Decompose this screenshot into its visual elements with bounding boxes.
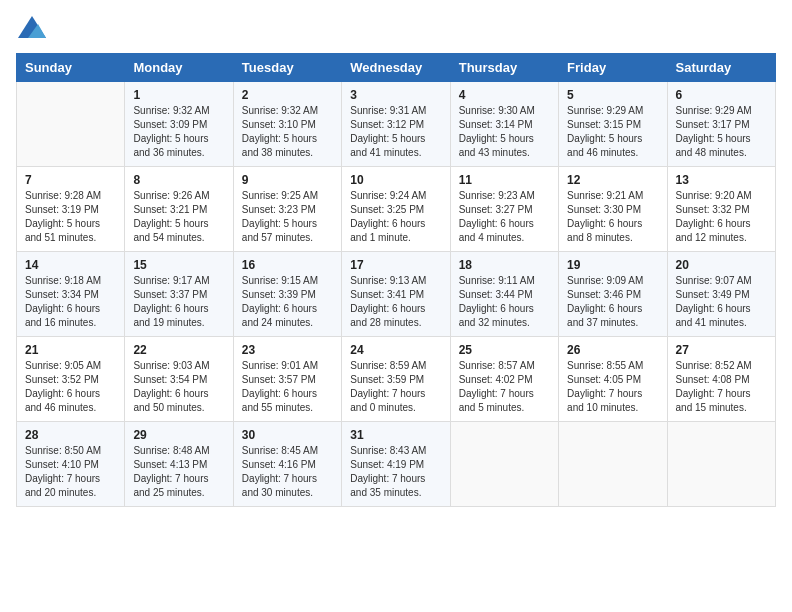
day-info: Sunrise: 9:07 AMSunset: 3:49 PMDaylight:…: [676, 274, 767, 330]
day-number: 25: [459, 343, 550, 357]
day-info: Sunrise: 8:43 AMSunset: 4:19 PMDaylight:…: [350, 444, 441, 500]
day-info: Sunrise: 8:59 AMSunset: 3:59 PMDaylight:…: [350, 359, 441, 415]
header-tuesday: Tuesday: [233, 54, 341, 82]
calendar-cell: 2Sunrise: 9:32 AMSunset: 3:10 PMDaylight…: [233, 82, 341, 167]
calendar-cell: 26Sunrise: 8:55 AMSunset: 4:05 PMDayligh…: [559, 337, 667, 422]
logo: [16, 16, 46, 43]
calendar-cell: 30Sunrise: 8:45 AMSunset: 4:16 PMDayligh…: [233, 422, 341, 507]
day-info: Sunrise: 9:09 AMSunset: 3:46 PMDaylight:…: [567, 274, 658, 330]
day-info: Sunrise: 9:23 AMSunset: 3:27 PMDaylight:…: [459, 189, 550, 245]
day-info: Sunrise: 9:01 AMSunset: 3:57 PMDaylight:…: [242, 359, 333, 415]
header-wednesday: Wednesday: [342, 54, 450, 82]
day-number: 27: [676, 343, 767, 357]
calendar-cell: 15Sunrise: 9:17 AMSunset: 3:37 PMDayligh…: [125, 252, 233, 337]
day-info: Sunrise: 8:52 AMSunset: 4:08 PMDaylight:…: [676, 359, 767, 415]
calendar-cell: 19Sunrise: 9:09 AMSunset: 3:46 PMDayligh…: [559, 252, 667, 337]
day-info: Sunrise: 9:29 AMSunset: 3:17 PMDaylight:…: [676, 104, 767, 160]
calendar-cell: 12Sunrise: 9:21 AMSunset: 3:30 PMDayligh…: [559, 167, 667, 252]
day-info: Sunrise: 9:26 AMSunset: 3:21 PMDaylight:…: [133, 189, 224, 245]
calendar-cell: 8Sunrise: 9:26 AMSunset: 3:21 PMDaylight…: [125, 167, 233, 252]
calendar-cell: 7Sunrise: 9:28 AMSunset: 3:19 PMDaylight…: [17, 167, 125, 252]
header-friday: Friday: [559, 54, 667, 82]
day-number: 14: [25, 258, 116, 272]
day-info: Sunrise: 9:25 AMSunset: 3:23 PMDaylight:…: [242, 189, 333, 245]
day-info: Sunrise: 9:20 AMSunset: 3:32 PMDaylight:…: [676, 189, 767, 245]
day-number: 5: [567, 88, 658, 102]
day-number: 11: [459, 173, 550, 187]
header-thursday: Thursday: [450, 54, 558, 82]
day-info: Sunrise: 8:45 AMSunset: 4:16 PMDaylight:…: [242, 444, 333, 500]
calendar-cell: 1Sunrise: 9:32 AMSunset: 3:09 PMDaylight…: [125, 82, 233, 167]
day-info: Sunrise: 9:32 AMSunset: 3:10 PMDaylight:…: [242, 104, 333, 160]
calendar-cell: 31Sunrise: 8:43 AMSunset: 4:19 PMDayligh…: [342, 422, 450, 507]
day-info: Sunrise: 9:28 AMSunset: 3:19 PMDaylight:…: [25, 189, 116, 245]
header-saturday: Saturday: [667, 54, 775, 82]
day-number: 8: [133, 173, 224, 187]
day-info: Sunrise: 9:17 AMSunset: 3:37 PMDaylight:…: [133, 274, 224, 330]
calendar-cell: 13Sunrise: 9:20 AMSunset: 3:32 PMDayligh…: [667, 167, 775, 252]
calendar-cell: 25Sunrise: 8:57 AMSunset: 4:02 PMDayligh…: [450, 337, 558, 422]
day-number: 7: [25, 173, 116, 187]
calendar-cell: [667, 422, 775, 507]
day-number: 20: [676, 258, 767, 272]
calendar-cell: 27Sunrise: 8:52 AMSunset: 4:08 PMDayligh…: [667, 337, 775, 422]
calendar-cell: 21Sunrise: 9:05 AMSunset: 3:52 PMDayligh…: [17, 337, 125, 422]
day-number: 15: [133, 258, 224, 272]
header-sunday: Sunday: [17, 54, 125, 82]
day-info: Sunrise: 9:13 AMSunset: 3:41 PMDaylight:…: [350, 274, 441, 330]
day-info: Sunrise: 9:21 AMSunset: 3:30 PMDaylight:…: [567, 189, 658, 245]
calendar-cell: 9Sunrise: 9:25 AMSunset: 3:23 PMDaylight…: [233, 167, 341, 252]
day-number: 13: [676, 173, 767, 187]
calendar-cell: [559, 422, 667, 507]
day-number: 22: [133, 343, 224, 357]
calendar-week-row: 14Sunrise: 9:18 AMSunset: 3:34 PMDayligh…: [17, 252, 776, 337]
day-number: 17: [350, 258, 441, 272]
day-number: 1: [133, 88, 224, 102]
calendar-week-row: 21Sunrise: 9:05 AMSunset: 3:52 PMDayligh…: [17, 337, 776, 422]
day-info: Sunrise: 8:57 AMSunset: 4:02 PMDaylight:…: [459, 359, 550, 415]
day-number: 12: [567, 173, 658, 187]
logo-icon: [18, 16, 46, 38]
day-number: 26: [567, 343, 658, 357]
calendar-cell: 5Sunrise: 9:29 AMSunset: 3:15 PMDaylight…: [559, 82, 667, 167]
day-number: 16: [242, 258, 333, 272]
day-info: Sunrise: 9:03 AMSunset: 3:54 PMDaylight:…: [133, 359, 224, 415]
day-number: 9: [242, 173, 333, 187]
day-info: Sunrise: 8:55 AMSunset: 4:05 PMDaylight:…: [567, 359, 658, 415]
calendar-cell: 23Sunrise: 9:01 AMSunset: 3:57 PMDayligh…: [233, 337, 341, 422]
day-number: 6: [676, 88, 767, 102]
day-number: 30: [242, 428, 333, 442]
day-number: 23: [242, 343, 333, 357]
day-info: Sunrise: 8:50 AMSunset: 4:10 PMDaylight:…: [25, 444, 116, 500]
calendar-cell: 3Sunrise: 9:31 AMSunset: 3:12 PMDaylight…: [342, 82, 450, 167]
day-info: Sunrise: 9:15 AMSunset: 3:39 PMDaylight:…: [242, 274, 333, 330]
calendar-cell: 24Sunrise: 8:59 AMSunset: 3:59 PMDayligh…: [342, 337, 450, 422]
logo-text: [16, 16, 46, 43]
day-number: 29: [133, 428, 224, 442]
calendar-cell: 20Sunrise: 9:07 AMSunset: 3:49 PMDayligh…: [667, 252, 775, 337]
day-number: 18: [459, 258, 550, 272]
calendar-cell: 14Sunrise: 9:18 AMSunset: 3:34 PMDayligh…: [17, 252, 125, 337]
calendar-cell: 11Sunrise: 9:23 AMSunset: 3:27 PMDayligh…: [450, 167, 558, 252]
day-info: Sunrise: 9:18 AMSunset: 3:34 PMDaylight:…: [25, 274, 116, 330]
calendar-cell: [450, 422, 558, 507]
calendar-table: SundayMondayTuesdayWednesdayThursdayFrid…: [16, 53, 776, 507]
calendar-cell: 16Sunrise: 9:15 AMSunset: 3:39 PMDayligh…: [233, 252, 341, 337]
day-info: Sunrise: 9:31 AMSunset: 3:12 PMDaylight:…: [350, 104, 441, 160]
day-number: 3: [350, 88, 441, 102]
calendar-cell: 29Sunrise: 8:48 AMSunset: 4:13 PMDayligh…: [125, 422, 233, 507]
calendar-cell: 6Sunrise: 9:29 AMSunset: 3:17 PMDaylight…: [667, 82, 775, 167]
calendar-cell: 28Sunrise: 8:50 AMSunset: 4:10 PMDayligh…: [17, 422, 125, 507]
day-info: Sunrise: 9:32 AMSunset: 3:09 PMDaylight:…: [133, 104, 224, 160]
day-info: Sunrise: 9:05 AMSunset: 3:52 PMDaylight:…: [25, 359, 116, 415]
day-info: Sunrise: 9:24 AMSunset: 3:25 PMDaylight:…: [350, 189, 441, 245]
day-number: 4: [459, 88, 550, 102]
day-number: 10: [350, 173, 441, 187]
header: [16, 16, 776, 43]
calendar-cell: [17, 82, 125, 167]
header-monday: Monday: [125, 54, 233, 82]
calendar-week-row: 7Sunrise: 9:28 AMSunset: 3:19 PMDaylight…: [17, 167, 776, 252]
day-info: Sunrise: 8:48 AMSunset: 4:13 PMDaylight:…: [133, 444, 224, 500]
calendar-cell: 17Sunrise: 9:13 AMSunset: 3:41 PMDayligh…: [342, 252, 450, 337]
day-number: 19: [567, 258, 658, 272]
